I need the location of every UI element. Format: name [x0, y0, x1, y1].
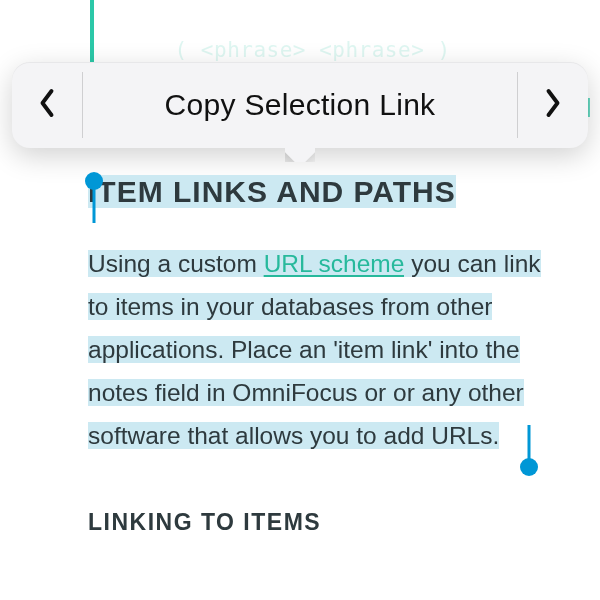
copy-selection-link-button[interactable]: Copy Selection Link	[83, 62, 517, 148]
code-line-1: ( <phrase> <phrase> )	[148, 38, 450, 62]
callout-next-button[interactable]	[518, 62, 588, 148]
selection-handle-end[interactable]	[520, 458, 538, 476]
paragraph-text-post: you can link to items in your databases …	[88, 250, 541, 449]
paragraph-text-pre: Using a custom	[88, 250, 264, 277]
chevron-left-icon	[37, 88, 57, 122]
subsection-heading: LINKING TO ITEMS	[88, 509, 560, 536]
section-paragraph: Using a custom URL scheme you can link t…	[88, 243, 560, 457]
selection-handle-start[interactable]	[85, 172, 103, 190]
chevron-right-icon	[543, 88, 563, 122]
callout-label: Copy Selection Link	[165, 88, 436, 122]
selection-callout: Copy Selection Link	[12, 62, 588, 148]
url-scheme-link[interactable]: URL scheme	[264, 250, 405, 277]
section-heading: ITEM LINKS AND PATHS	[88, 175, 456, 208]
callout-pointer	[285, 147, 315, 162]
document-content: ITEM LINKS AND PATHS Using a custom URL …	[88, 175, 560, 536]
callout-prev-button[interactable]	[12, 62, 82, 148]
